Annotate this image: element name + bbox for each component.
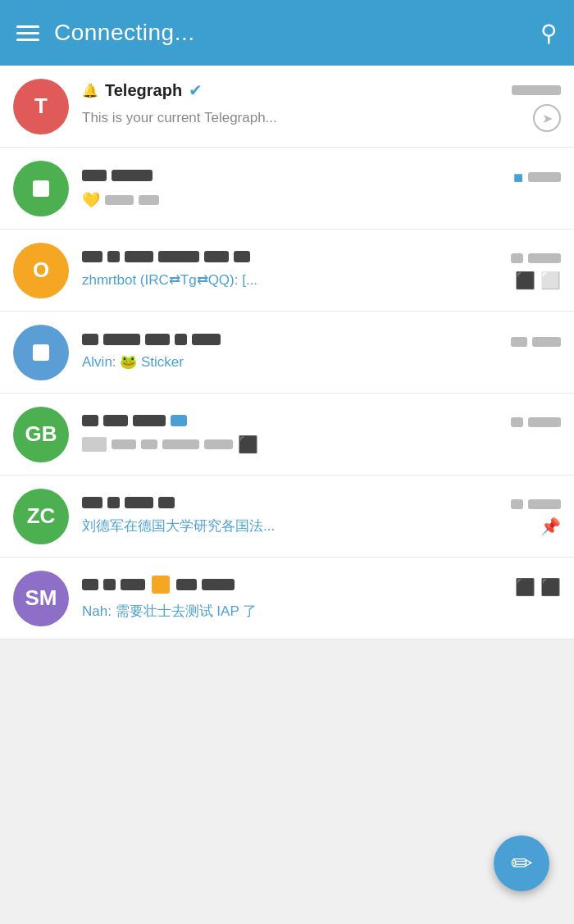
- blur-5p2: [141, 439, 157, 449]
- blur-7d: [176, 579, 197, 590]
- blur-3f: [234, 251, 250, 262]
- chat-preview-row-4: Alvin: 🐸 Sticker: [82, 353, 561, 371]
- blur-4b: [103, 334, 140, 345]
- blur-3b: [107, 251, 120, 262]
- blur-4a: [82, 334, 98, 345]
- chat-header-7: ⬛ ⬛: [82, 576, 561, 598]
- flag-7: [152, 576, 170, 594]
- time-blurred-2: [528, 172, 561, 182]
- blur-7b: [103, 579, 116, 590]
- name-placeholder-2: [82, 170, 153, 181]
- chat-name-telegraph: Telegraph: [105, 81, 182, 100]
- name-placeholder-5: [82, 415, 187, 426]
- chat-content-2: ■ 💛: [82, 168, 561, 209]
- chat-preview-row-7: Nah: 需要壮士去测试 IAP 了: [82, 602, 561, 621]
- chat-header-5: [82, 415, 561, 430]
- avatar-7: SM: [13, 571, 69, 626]
- chat-preview-7: Nah: 需要壮士去测试 IAP 了: [82, 602, 257, 621]
- chat-item-3[interactable]: O zhmrtbot (IRC⇄Tg⇄QQ): [...: [0, 230, 574, 312]
- blur-p2: [139, 195, 159, 205]
- chat-meta-3: [511, 253, 561, 263]
- blur-5t1: [511, 417, 523, 427]
- top-bar: Connecting... ⚲: [0, 0, 574, 66]
- avatar-3: O: [13, 243, 69, 298]
- chat-preview-row-telegraph: This is your current Telegraph... ➤: [82, 104, 561, 132]
- chat-name-row-telegraph: 🔔 Telegraph ✔: [82, 80, 203, 100]
- blur-5c: [133, 415, 166, 426]
- avatar-6: ZC: [13, 489, 69, 544]
- blur-6d: [158, 497, 175, 508]
- chat-item-telegraph[interactable]: T 🔔 Telegraph ✔ This is your current Tel…: [0, 66, 574, 148]
- avatar-5: GB: [13, 407, 69, 462]
- blur-3d: [158, 251, 199, 262]
- chat-item-5[interactable]: GB ⬛: [0, 394, 574, 476]
- blur-4d: [175, 334, 187, 345]
- blur-2: [112, 170, 153, 181]
- meta-3: ⬛ ⬜: [515, 271, 561, 290]
- pinned-blue-6: 📌: [540, 517, 561, 536]
- blur-4c: [145, 334, 170, 345]
- blur-3e: [204, 251, 229, 262]
- blur-5b: [103, 415, 128, 426]
- blur-3t2: [528, 253, 561, 263]
- chat-header-telegraph: 🔔 Telegraph ✔: [82, 80, 561, 100]
- status-blue-7: ⬛: [515, 577, 535, 597]
- chat-preview-4: Alvin: 🐸 Sticker: [82, 353, 184, 371]
- chat-content-telegraph: 🔔 Telegraph ✔ This is your current Teleg…: [82, 80, 561, 132]
- blur-3c: [125, 251, 153, 262]
- chat-preview-3: zhmrtbot (IRC⇄Tg⇄QQ): [...: [82, 271, 257, 289]
- chat-meta-2: ■: [513, 168, 561, 187]
- avatar-4: [13, 325, 69, 380]
- search-button[interactable]: ⚲: [540, 20, 558, 47]
- avatar-2: [13, 161, 69, 216]
- mute-icon: 🔔: [82, 83, 98, 98]
- chat-item-7[interactable]: SM ⬛ ⬛ Nah: 需要壮士去测试 IAP 了: [0, 558, 574, 640]
- chat-content-4: Alvin: 🐸 Sticker: [82, 334, 561, 371]
- blur-6a: [82, 497, 102, 508]
- forward-icon: ➤: [533, 104, 561, 132]
- status-blue-3: ⬛: [515, 271, 535, 290]
- status-gray-3: ⬜: [540, 271, 561, 290]
- avatar-telegraph: T: [13, 79, 69, 134]
- blur-5t2: [528, 417, 561, 427]
- chat-item-6[interactable]: ZC 刘德军在德国大学研究各国法... 📌: [0, 476, 574, 558]
- chat-list: T 🔔 Telegraph ✔ This is your current Tel…: [0, 66, 574, 640]
- chat-meta-6: [511, 499, 561, 509]
- hamburger-menu-button[interactable]: [16, 25, 39, 41]
- name-placeholder-3: [82, 251, 250, 262]
- blur-1: [82, 170, 107, 181]
- compose-fab[interactable]: ✏: [494, 835, 549, 891]
- chat-content-7: ⬛ ⬛ Nah: 需要壮士去测试 IAP 了: [82, 576, 561, 621]
- img-thumb-5: [82, 437, 107, 452]
- blur-3t1: [511, 253, 523, 263]
- chat-preview-6: 刘德军在德国大学研究各国法...: [82, 517, 275, 535]
- blur-6b: [107, 497, 120, 508]
- status-blue-5: ⬛: [238, 435, 258, 454]
- blur-7c: [121, 579, 145, 590]
- verified-badge: ✔: [189, 80, 203, 100]
- blur-5p3: [162, 439, 199, 449]
- blur-4t1: [511, 337, 527, 347]
- chat-header-6: [82, 497, 561, 512]
- chat-content-3: zhmrtbot (IRC⇄Tg⇄QQ): [... ⬛ ⬜: [82, 251, 561, 290]
- blur-6t1: [511, 499, 523, 509]
- chat-preview-row-6: 刘德军在德国大学研究各国法... 📌: [82, 517, 561, 536]
- name-placeholder-6: [82, 497, 175, 508]
- chat-preview-telegraph: This is your current Telegraph...: [82, 110, 277, 126]
- time-blurred: [512, 85, 561, 95]
- chat-meta-5: [511, 417, 561, 427]
- emoji-2: 💛: [82, 191, 100, 209]
- blur-5d: [171, 415, 187, 426]
- blur-6c: [125, 497, 153, 508]
- chat-item-4[interactable]: Alvin: 🐸 Sticker: [0, 312, 574, 394]
- blur-7a: [82, 579, 98, 590]
- chat-meta-7: ⬛ ⬛: [515, 577, 561, 597]
- blur-5p4: [204, 439, 233, 449]
- chat-item-2[interactable]: ■ 💛: [0, 148, 574, 230]
- chat-header-3: [82, 251, 561, 266]
- unread-blue: ■: [513, 168, 523, 187]
- top-bar-left: Connecting...: [16, 20, 195, 46]
- chat-header-4: [82, 334, 561, 349]
- blur-5p1: [112, 439, 136, 449]
- blur-4t2: [532, 337, 561, 347]
